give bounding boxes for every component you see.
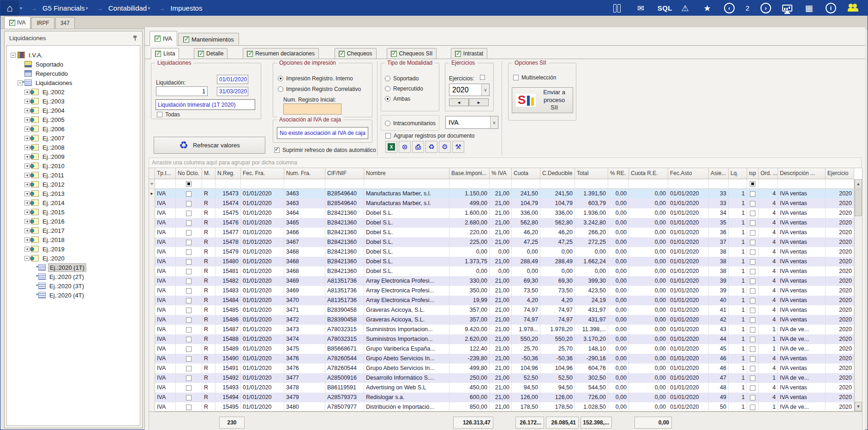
- radio-icon[interactable]: [278, 86, 283, 92]
- row-checkbox-cell[interactable]: [747, 363, 759, 373]
- column-header-total[interactable]: Total: [575, 168, 608, 179]
- row-checkbox[interactable]: [186, 395, 192, 400]
- tree-expander-plus-icon[interactable]: [24, 117, 30, 122]
- window-grid-icon[interactable]: ▦: [803, 3, 814, 13]
- breadcrumb-g5-financials[interactable]: G5 Financials: [42, 4, 85, 12]
- column-header-ord-[interactable]: Ord. ...: [759, 168, 778, 179]
- suprimir-refresco-checkbox[interactable]: Suprimir refresco de datos automático: [274, 147, 376, 153]
- row-checkbox-cell[interactable]: [176, 199, 202, 208]
- tree-expander-plus-icon[interactable]: [24, 191, 30, 196]
- row-checkbox-cell[interactable]: [176, 305, 202, 315]
- row-checkbox[interactable]: [750, 317, 755, 323]
- row-checkbox-cell[interactable]: [176, 228, 202, 237]
- row-checkbox[interactable]: [186, 308, 192, 313]
- filter-cell[interactable]: [449, 179, 490, 189]
- chevron-down-icon[interactable]: ∨: [481, 84, 489, 96]
- tree-expander-plus-icon[interactable]: [24, 99, 30, 104]
- sub-tab-resumen-declaraciones[interactable]: Resumen declaraciones: [243, 48, 319, 59]
- export-excel-icon[interactable]: X: [385, 141, 397, 153]
- tree-expander-plus-icon[interactable]: [24, 182, 30, 187]
- favorites-star-icon[interactable]: ★: [702, 3, 713, 13]
- table-row[interactable]: IVAR1547901/01/20203468B28421360Dobel S.…: [149, 247, 862, 257]
- radio-icon[interactable]: [385, 86, 390, 91]
- column-header-c-deducible[interactable]: C.Deducible: [540, 168, 575, 179]
- tree-expander-plus-icon[interactable]: [24, 173, 30, 178]
- archive-binders-icon[interactable]: [613, 4, 624, 12]
- refrescar-valores-button[interactable]: ♻ Refrescar valores: [154, 137, 265, 154]
- column-header-descripci-n-[interactable]: Descripción ...: [778, 168, 826, 179]
- row-checkbox[interactable]: [750, 298, 755, 303]
- tree-node-ej-2018[interactable]: Ej.:2018: [7, 235, 140, 244]
- filter-cell[interactable]: [325, 179, 364, 189]
- row-checkbox[interactable]: [186, 366, 192, 371]
- tree-node-repercutido[interactable]: Repercutido: [7, 69, 140, 78]
- filter-cell[interactable]: [216, 179, 241, 189]
- filter-cell[interactable]: [284, 179, 325, 189]
- filter-cell[interactable]: [202, 179, 216, 189]
- radio-impresion-correlativo[interactable]: Impresión Registro Correlativo: [278, 86, 361, 92]
- table-row[interactable]: IVAR1548701/01/20203473A78032315Suminist…: [149, 325, 862, 334]
- row-checkbox[interactable]: [186, 259, 192, 265]
- column-header-num-fra-[interactable]: Num. Fra.: [284, 168, 325, 179]
- row-checkbox-cell[interactable]: [176, 276, 202, 286]
- row-checkbox[interactable]: [750, 375, 755, 381]
- navigate-back-icon[interactable]: ‹: [724, 3, 735, 13]
- row-checkbox-cell[interactable]: [176, 344, 202, 354]
- settings-gears-icon[interactable]: ⚙: [439, 141, 451, 153]
- column-header-fec-fra-[interactable]: Fec. Fra.: [241, 168, 284, 179]
- tree-node-ej-2020-4t-[interactable]: Ej.:2020 (4T): [7, 291, 140, 300]
- filter-cell[interactable]: [149, 179, 155, 189]
- num-registro-input[interactable]: [283, 103, 341, 115]
- multiseleccion-checkbox[interactable]: Multiselección: [513, 74, 556, 81]
- row-checkbox-cell[interactable]: [176, 266, 202, 276]
- row-checkbox-cell[interactable]: [747, 393, 759, 402]
- row-checkbox-cell[interactable]: [747, 315, 759, 325]
- row-checkbox-cell[interactable]: [176, 315, 202, 325]
- table-row[interactable]: IVAR1548501/01/20203471B28390458Graveras…: [149, 305, 862, 315]
- filter-cell[interactable]: [155, 179, 176, 189]
- row-checkbox-cell[interactable]: [176, 383, 202, 393]
- group-by-hint[interactable]: Arrastre una columna aquí para agrupar p…: [149, 157, 862, 168]
- radio-icon[interactable]: [385, 76, 390, 81]
- breadcrumb-contabilidad[interactable]: Contabilidad: [108, 4, 147, 12]
- column-header-indicator[interactable]: [149, 168, 155, 179]
- tree-node-ej-2014[interactable]: Ej.:2014: [7, 198, 140, 207]
- tree-node-ej-2002[interactable]: Ej.:2002: [7, 87, 140, 97]
- column-header-cuota[interactable]: Cuota: [512, 168, 540, 179]
- table-row[interactable]: IVAR1549001/01/20203476A78260544Grupo Ab…: [149, 354, 862, 363]
- todas-checkbox-box[interactable]: [157, 112, 162, 117]
- iva-type-combobox[interactable]: IVA ∨: [445, 116, 498, 129]
- row-checkbox-cell[interactable]: [747, 208, 759, 218]
- navigate-forward-icon[interactable]: ›: [760, 3, 771, 13]
- row-checkbox[interactable]: [750, 191, 755, 197]
- tree-node-ej-2019[interactable]: Ej.:2019: [7, 244, 140, 254]
- row-checkbox-cell[interactable]: [747, 354, 759, 363]
- indeterminate-checkbox[interactable]: [750, 181, 755, 187]
- column-header-m-[interactable]: M.: [202, 168, 216, 179]
- row-checkbox[interactable]: [750, 327, 755, 333]
- module-tab-irpf[interactable]: IRPF: [31, 17, 54, 29]
- sub-tab-detalle[interactable]: Detalle: [194, 48, 227, 59]
- column-header-cuota-r-e-[interactable]: Cuota R.E.: [629, 168, 668, 179]
- row-checkbox[interactable]: [750, 259, 755, 265]
- info-icon[interactable]: i: [826, 3, 836, 13]
- radio-modalidad-repercutido[interactable]: Repercutido: [385, 85, 423, 92]
- table-row[interactable]: IVAR1549501/01/20203480A78507977Distribu…: [149, 402, 862, 412]
- filter-cell[interactable]: [709, 179, 729, 189]
- row-checkbox-cell[interactable]: [747, 296, 759, 305]
- tree-expander-plus-icon[interactable]: [24, 228, 30, 233]
- module-tab-iva[interactable]: IVA: [4, 16, 30, 29]
- tree-expander-plus-icon[interactable]: [24, 219, 30, 224]
- table-row[interactable]: IVAR1548301/01/20203469A81351736Array El…: [149, 286, 862, 296]
- row-checkbox-cell[interactable]: [176, 218, 202, 228]
- table-row[interactable]: IVAR1549301/01/20203478B86119591Advertis…: [149, 383, 862, 393]
- row-checkbox-cell[interactable]: [176, 286, 202, 296]
- row-checkbox-cell[interactable]: [747, 344, 759, 354]
- date-from-field[interactable]: 01/01/2020: [217, 75, 248, 84]
- row-checkbox[interactable]: [186, 191, 192, 197]
- sql-console-button[interactable]: SQL: [658, 4, 669, 12]
- tree-expander-plus-icon[interactable]: [24, 136, 30, 141]
- filter-cell[interactable]: [826, 179, 854, 189]
- row-checkbox-cell[interactable]: [747, 286, 759, 296]
- row-checkbox-cell[interactable]: [176, 237, 202, 247]
